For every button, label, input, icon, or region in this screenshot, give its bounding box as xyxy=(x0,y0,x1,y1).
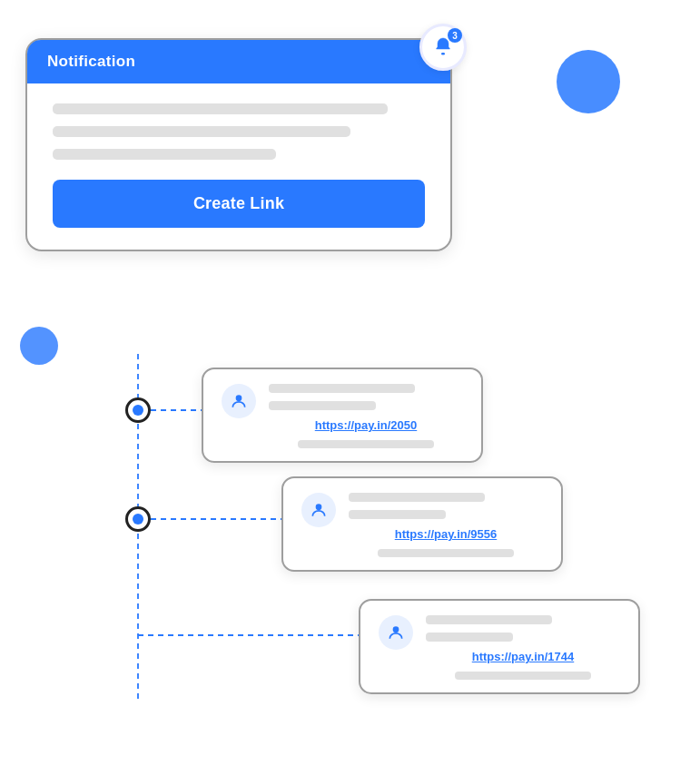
pay-link-2[interactable]: https://pay.in/9556 xyxy=(349,527,543,541)
svg-point-8 xyxy=(236,395,242,401)
pay-skel-2a xyxy=(349,493,485,502)
svg-point-10 xyxy=(393,626,399,633)
pay-skel-2b xyxy=(349,510,446,519)
user-icon-1 xyxy=(222,384,256,418)
user-svg-2 xyxy=(310,501,328,519)
pay-card-1-lines: https://pay.in/2050 xyxy=(269,384,463,448)
svg-point-9 xyxy=(316,504,322,510)
pay-skel-2c xyxy=(378,549,514,557)
pay-skel-1b xyxy=(269,401,376,410)
bell-badge: 3 xyxy=(419,24,467,71)
pay-card-3: https://pay.in/1744 xyxy=(359,599,640,694)
notification-card: Notification Create Link 3 xyxy=(25,38,452,251)
skeleton-line-1 xyxy=(53,103,388,114)
pay-skel-3b xyxy=(426,633,513,642)
user-svg-1 xyxy=(230,392,248,410)
notification-header: Notification xyxy=(27,40,450,83)
bell-badge-count: 3 xyxy=(448,28,462,43)
radio-button-2[interactable] xyxy=(125,506,151,532)
notification-body xyxy=(27,83,450,160)
user-icon-3 xyxy=(379,615,413,650)
user-svg-3 xyxy=(387,623,405,642)
radio-button-1[interactable] xyxy=(125,397,151,423)
create-link-button[interactable]: Create Link xyxy=(53,180,425,228)
user-icon-2 xyxy=(301,493,336,527)
pay-skel-3a xyxy=(426,615,552,624)
pay-card-2: https://pay.in/9556 xyxy=(281,476,563,572)
pay-skel-1a xyxy=(269,384,415,393)
skeleton-line-2 xyxy=(53,126,350,137)
pay-card-1: https://pay.in/2050 xyxy=(202,368,483,463)
skeleton-line-3 xyxy=(53,149,276,160)
pay-card-2-lines: https://pay.in/9556 xyxy=(349,493,543,557)
pay-skel-3c xyxy=(455,672,591,680)
scene: Notification Create Link 3 xyxy=(0,0,700,765)
blue-circle-top xyxy=(557,50,620,113)
pay-skel-1c xyxy=(298,440,434,448)
pay-card-3-lines: https://pay.in/1744 xyxy=(426,615,620,680)
blue-circle-bottom xyxy=(20,327,58,365)
pay-link-3[interactable]: https://pay.in/1744 xyxy=(426,650,620,663)
notification-title: Notification xyxy=(47,53,135,70)
svg-rect-7 xyxy=(441,53,445,55)
pay-link-1[interactable]: https://pay.in/2050 xyxy=(269,418,463,432)
